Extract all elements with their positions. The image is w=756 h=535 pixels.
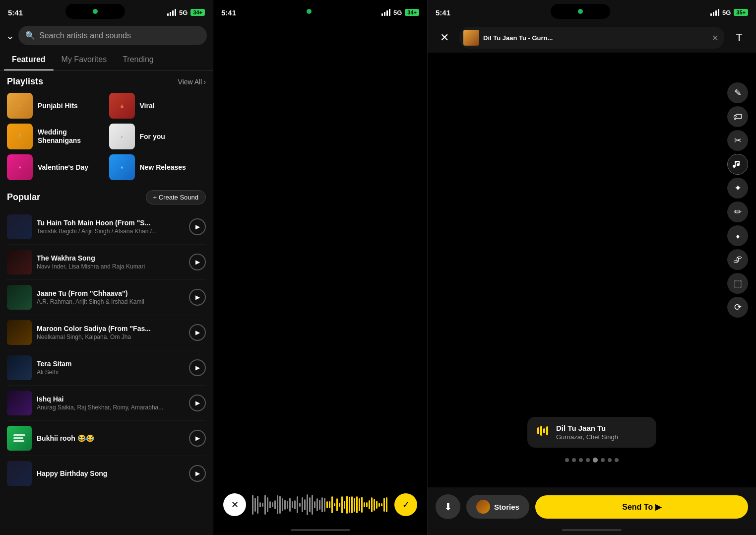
draw-icon[interactable]: ✎ — [727, 82, 748, 103]
song-title: The Wakhra Song — [37, 254, 184, 262]
paint-icon[interactable]: ⬧ — [727, 225, 748, 246]
song-artists: Neelkamal Singh, Kalpana, Om Jha — [37, 334, 184, 340]
playlist-name: Punjabi Hits — [38, 102, 78, 110]
list-item[interactable]: 🔥 Viral — [109, 93, 206, 119]
stories-button[interactable]: Stories — [466, 495, 529, 519]
list-item[interactable]: ♪ For you — [109, 124, 206, 149]
sticker-icon[interactable]: 🏷 — [727, 106, 748, 127]
song-info: Maroon Color Sadiya (From "Fas... Neelka… — [37, 325, 184, 340]
scissors-icon[interactable]: ✂ — [727, 130, 748, 151]
play-button[interactable]: ▶ — [189, 430, 206, 447]
tab-my-favorites[interactable]: My Favorites — [54, 49, 115, 70]
song-thumb — [7, 426, 32, 451]
cancel-button[interactable]: ✕ — [223, 493, 246, 516]
tab-featured[interactable]: Featured — [4, 49, 54, 70]
dynamic-island-1 — [65, 4, 125, 19]
network-type-2: 5G — [393, 9, 402, 16]
table-row[interactable]: Ishq Hai Anurag Saikia, Raj Shekhar, Rom… — [7, 386, 206, 421]
music-card-icon — [536, 424, 550, 441]
search-bar-row: ⌄ 🔍 Search artists and sounds — [0, 23, 213, 49]
signal-icon-2 — [381, 9, 390, 16]
crop-icon[interactable]: ⬚ — [727, 273, 748, 294]
play-button[interactable]: ▶ — [189, 395, 206, 411]
song-thumb — [7, 250, 32, 274]
di-indicator-2 — [307, 9, 312, 14]
sparkle-icon[interactable]: ✦ — [727, 178, 748, 199]
download-button[interactable]: ⬇ — [436, 494, 460, 519]
library-scroll-content[interactable]: Playlists View All › ♪ Punjabi Hits 🔥 Vi… — [0, 70, 213, 535]
play-button[interactable]: ▶ — [189, 465, 206, 482]
dot — [579, 458, 583, 462]
svg-rect-4 — [540, 426, 542, 436]
playlist-name: Wedding Shenanigans — [38, 128, 104, 145]
send-to-button[interactable]: Send To ▶ — [535, 495, 748, 519]
music-card[interactable]: Dil Tu Jaan Tu Gurnazar, Chet Singh — [527, 417, 656, 448]
table-row[interactable]: Tu Hain Toh Main Hoon (From "S... Tanish… — [7, 209, 206, 245]
svg-rect-2 — [13, 440, 24, 442]
list-item[interactable]: 💍 Wedding Shenanigans — [7, 124, 104, 149]
home-indicator — [291, 529, 350, 531]
play-button[interactable]: ▶ — [189, 254, 206, 270]
playlist-name: For you — [140, 133, 165, 141]
confirm-button[interactable]: ✓ — [394, 493, 417, 516]
list-item[interactable]: ♪ Punjabi Hits — [7, 93, 104, 119]
song-title: Maroon Color Sadiya (From "Fas... — [37, 325, 184, 333]
time-1: 5:41 — [8, 8, 23, 17]
right-toolbar: ✎ 🏷 ✂ ✦ ✏ ⬧ 🖇 ⬚ ⟳ — [727, 82, 748, 318]
table-row[interactable]: Happy Birthday Song ▶ — [7, 456, 206, 491]
chevron-down-icon[interactable]: ⌄ — [6, 30, 14, 42]
edit-icon[interactable]: ✏ — [727, 201, 748, 222]
time-3: 5:41 — [436, 8, 450, 17]
battery-3: 35+ — [734, 9, 748, 16]
dot — [615, 458, 619, 462]
close-button[interactable]: ✕ — [436, 29, 453, 47]
play-button[interactable]: ▶ — [189, 359, 206, 376]
text-tool-button[interactable]: T — [730, 29, 748, 47]
link-icon[interactable]: 🖇 — [727, 249, 748, 270]
playlists-header: Playlists View All › — [7, 76, 206, 87]
list-item[interactable]: ♥ Valentine's Day — [7, 154, 104, 180]
play-button[interactable]: ▶ — [189, 324, 206, 341]
table-row[interactable]: Jaane Tu (From "Chhaava") A.R. Rahman, A… — [7, 280, 206, 315]
table-row[interactable]: Tera Sitam Ali Sethi ▶ — [7, 350, 206, 386]
song-info: Ishq Hai Anurag Saikia, Raj Shekhar, Rom… — [37, 395, 184, 411]
song-title: Ishq Hai — [37, 395, 184, 403]
loop-icon[interactable]: ⟳ — [727, 297, 748, 318]
music-note-icon[interactable] — [727, 154, 748, 175]
tab-trending[interactable]: Trending — [115, 49, 162, 70]
playlist-name: Valentine's Day — [38, 163, 88, 172]
table-row[interactable]: The Wakhra Song Navv Inder, Lisa Mishra … — [7, 245, 206, 280]
search-input[interactable]: Search artists and sounds — [39, 31, 131, 40]
playlist-thumb-new-releases: ★ — [109, 154, 135, 180]
song-title: Bukhii rooh 😂😂 — [37, 434, 184, 442]
dot — [601, 458, 605, 462]
song-artists: Anurag Saikia, Raj Shekhar, Romy, Amarab… — [37, 404, 184, 411]
play-button[interactable]: ▶ — [189, 218, 206, 235]
song-thumb — [7, 214, 32, 239]
table-row[interactable]: Bukhii rooh 😂😂 ▶ — [7, 421, 206, 456]
signal-icon-1 — [167, 9, 176, 16]
view-all-button[interactable]: View All › — [178, 78, 206, 86]
playlist-thumb-wedding: 💍 — [7, 124, 33, 149]
table-row[interactable]: Maroon Color Sadiya (From "Fas... Neelka… — [7, 315, 206, 350]
battery-1: 34+ — [190, 9, 205, 16]
song-info: The Wakhra Song Navv Inder, Lisa Mishra … — [37, 254, 184, 270]
svg-rect-5 — [543, 428, 545, 433]
dot-active — [593, 458, 598, 463]
tabs-row: Featured My Favorites Trending — [0, 49, 213, 70]
song-artists: A.R. Rahman, Arijit Singh & Irshad Kamil — [37, 298, 184, 305]
create-sound-button[interactable]: + Create Sound — [146, 190, 206, 204]
search-input-wrap[interactable]: 🔍 Search artists and sounds — [18, 26, 207, 45]
status-bar-3: 5:41 5G 35+ — [428, 0, 756, 23]
list-item[interactable]: ★ New Releases — [109, 154, 206, 180]
svg-rect-6 — [546, 426, 548, 435]
play-button[interactable]: ▶ — [189, 289, 206, 306]
status-bar-2: 5:41 5G 34+ — [213, 0, 427, 23]
stories-avatar — [476, 500, 490, 514]
panel-audio-editor: 5:41 5G 34+ ✕ ✓ — [213, 0, 428, 535]
song-info: Happy Birthday Song — [37, 469, 184, 477]
song-info: Tera Sitam Ali Sethi — [37, 360, 184, 376]
song-tag-close-icon[interactable]: ✕ — [712, 33, 718, 43]
panel-share: 5:41 5G 35+ ✕ Dil Tu Jaan Tu - Gurn... ✕… — [428, 0, 756, 535]
network-type-3: 5G — [722, 9, 731, 16]
